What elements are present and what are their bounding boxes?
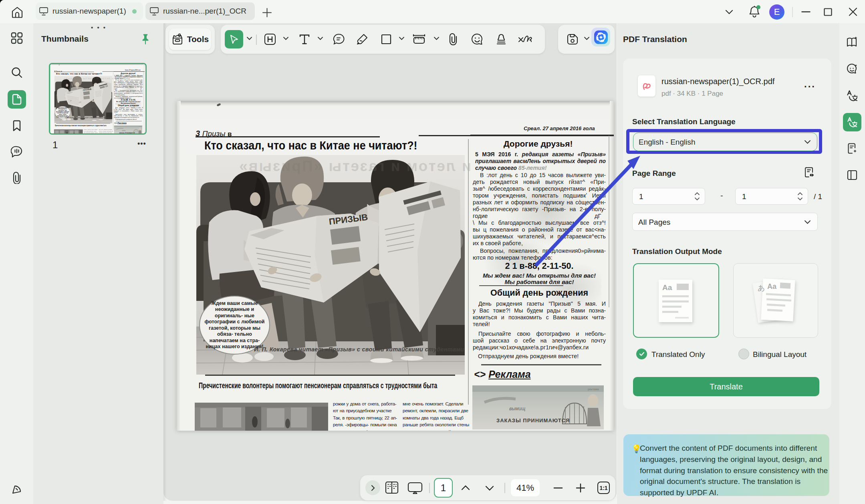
svg-text:ЗАКАЗЫ ПРИНИМАЮТСЯ: ЗАКАЗЫ ПРИНИМАЮТСЯ: [496, 417, 570, 423]
svg-text:ЗАКАЗЫ ПРИНИМАЮТСЯ: ЗАКАЗЫ ПРИНИМАЮТСЯ: [119, 132, 135, 134]
svg-text:вымищ: вымищ: [122, 130, 125, 131]
svg-text:реклама: реклама: [139, 126, 141, 127]
svg-text:вымищ: вымищ: [509, 406, 525, 411]
svg-text:реклама: реклама: [588, 388, 599, 391]
